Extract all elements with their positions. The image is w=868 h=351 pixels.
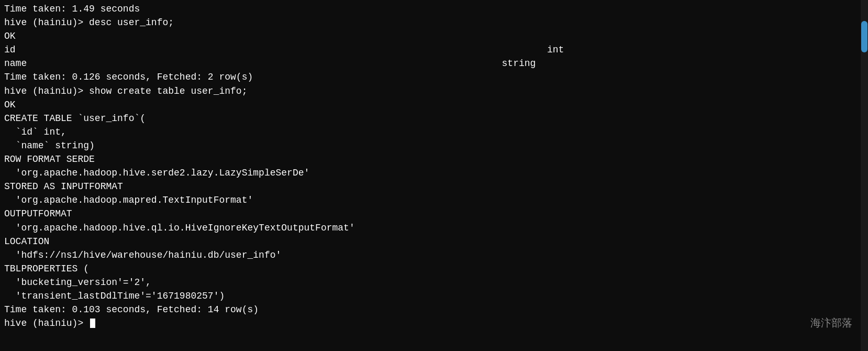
terminal-line: name string — [4, 57, 864, 70]
terminal-line: hive (hainiu)> — [4, 316, 864, 330]
terminal-line: Time taken: 1.49 seconds — [4, 2, 864, 16]
terminal-cursor — [90, 319, 95, 328]
terminal-line: OK — [4, 98, 864, 112]
terminal-line: Time taken: 0.103 seconds, Fetched: 14 r… — [4, 303, 864, 316]
terminal-line: `id` int, — [4, 125, 864, 139]
terminal-line: Time taken: 0.126 seconds, Fetched: 2 ro… — [4, 70, 864, 84]
scrollbar[interactable] — [861, 0, 868, 351]
terminal-line: 'org.apache.hadoop.mapred.TextInputForma… — [4, 193, 864, 207]
terminal-line: hive (hainiu)> show create table user_in… — [4, 84, 864, 98]
terminal-line: TBLPROPERTIES ( — [4, 262, 864, 276]
watermark-text: 海汴部落 — [810, 316, 852, 330]
terminal-line: 'transient_lastDdlTime'='1671980257') — [4, 289, 864, 303]
terminal-line: hive (hainiu)> desc user_info; — [4, 16, 864, 29]
terminal-line: id int — [4, 43, 864, 57]
terminal-line: CREATE TABLE `user_info`( — [4, 112, 864, 125]
terminal-line: 'org.apache.hadoop.hive.ql.io.HiveIgnore… — [4, 221, 864, 235]
terminal-line: OUTPUTFORMAT — [4, 207, 864, 221]
terminal-line: OK — [4, 29, 864, 43]
scrollbar-thumb[interactable] — [861, 21, 867, 52]
terminal-line: `name` string) — [4, 139, 864, 152]
terminal-line: STORED AS INPUTFORMAT — [4, 180, 864, 193]
terminal-line: 'org.apache.hadoop.hive.serde2.lazy.Lazy… — [4, 166, 864, 180]
terminal-line: 'bucketing_version'='2', — [4, 276, 864, 289]
terminal-line: 'hdfs://ns1/hive/warehouse/hainiu.db/use… — [4, 248, 864, 262]
terminal-window[interactable]: Time taken: 1.49 secondshive (hainiu)> d… — [0, 0, 868, 351]
terminal-line: ROW FORMAT SERDE — [4, 152, 864, 166]
terminal-output: Time taken: 1.49 secondshive (hainiu)> d… — [4, 2, 864, 330]
terminal-line: LOCATION — [4, 235, 864, 248]
